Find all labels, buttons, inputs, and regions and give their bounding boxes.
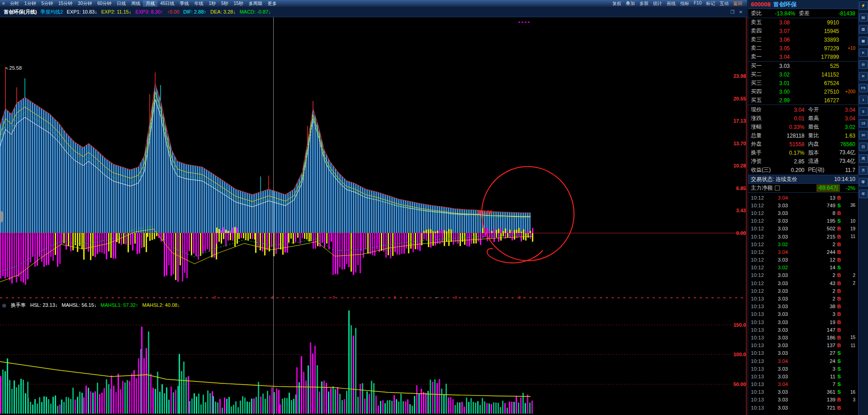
period-button-15秒[interactable]: 15秒 (231, 0, 246, 7)
right-tool-period-1min-icon[interactable]: 1 (859, 95, 868, 104)
top-tool-多股[interactable]: 多股 (637, 0, 651, 7)
tick-row[interactable]: 10:123.0413B (748, 194, 858, 201)
date-mark: 3 (455, 295, 457, 300)
tick-row[interactable]: 10:133.03361S16 (748, 388, 858, 396)
right-tool-rsi-icon[interactable]: R (859, 72, 868, 81)
bid-row[interactable]: 买五2.9916727 (748, 96, 858, 105)
tick-row[interactable]: 10:123.0214S (748, 264, 858, 272)
main-chart-canvas[interactable] (0, 17, 746, 294)
right-tool-period-day-icon[interactable]: 日 (859, 143, 868, 151)
indicator-name[interactable]: 季度均线2 (40, 9, 63, 15)
period-button-5分钟[interactable]: 5分钟 (38, 0, 56, 7)
ask-row[interactable]: 卖二3.0597229+10 (748, 44, 858, 52)
period-button-更多[interactable]: 更多 (265, 0, 280, 7)
ask-row[interactable]: 卖五3.089910 (748, 18, 858, 27)
period-button-30分钟[interactable]: 30分钟 (75, 0, 95, 7)
period-button-分时[interactable]: 分时 (7, 0, 22, 7)
top-tool-指标[interactable]: 指标 (678, 0, 692, 7)
collapse-icon[interactable]: ◎ (2, 303, 6, 308)
bid-row[interactable]: 买四3.0027510+200 (748, 87, 858, 96)
date-mark: 3 (518, 295, 521, 300)
main-net-row[interactable]: 主力净额 -69.64万 -2% (748, 184, 858, 193)
tick-row[interactable]: 10:133.0319B (748, 318, 858, 326)
top-tool-叠加[interactable]: 叠加 (624, 0, 637, 7)
sub-chart-canvas[interactable] (0, 309, 746, 415)
bid-row[interactable]: 买一3.03525 (748, 62, 858, 70)
main-chart[interactable]: ↖25.58 约2.50 23.9820.5517.1313.7010.286.… (0, 17, 747, 294)
bid-row[interactable]: 买二3.02141152 (748, 70, 858, 79)
period-button-年线[interactable]: 年线 (191, 0, 206, 7)
top-tool-F10[interactable]: F10 (692, 0, 704, 7)
tick-row[interactable]: 10:133.03137B11 (748, 342, 858, 349)
period-button-5秒[interactable]: 5秒 (218, 0, 231, 7)
period-button-周线[interactable]: 周线 (128, 0, 143, 7)
tick-row[interactable]: 10:123.03195S10 (748, 217, 858, 225)
tick-row[interactable]: 10:133.03147B (748, 326, 858, 334)
tick-row[interactable]: 10:123.03749S36 (748, 201, 858, 209)
maximize-icon[interactable]: ❐ (730, 10, 735, 14)
tick-row[interactable]: 10:133.03139B3 (748, 396, 858, 404)
indicator-value: DEA: 3.28↓ (210, 9, 236, 14)
tick-row[interactable]: 10:133.03721B (748, 404, 858, 411)
period-button-60分钟[interactable]: 60分钟 (95, 0, 114, 7)
tick-row[interactable]: 10:123.032B (748, 287, 858, 295)
menu-icon[interactable]: ≡ (0, 1, 7, 6)
top-tool-返回[interactable]: 返回 (731, 0, 745, 7)
right-tool-refresh-f5-icon[interactable]: F5 (859, 84, 868, 92)
tick-row[interactable]: 10:123.04244B (748, 248, 858, 256)
right-tool-period-year-icon[interactable]: 年 (859, 190, 868, 198)
tick-row[interactable]: 10:133.0424S (748, 357, 858, 365)
period-button-季线[interactable]: 季线 (177, 0, 191, 7)
tick-row[interactable]: 10:133.033S (748, 365, 858, 372)
tick-row[interactable]: 10:123.0312B (748, 256, 858, 264)
right-tool-period-month-icon[interactable]: 月 (859, 166, 868, 175)
right-tool-hot-icon[interactable]: ⚡ (859, 1, 868, 10)
tick-row[interactable]: 10:123.03215B11 (748, 233, 858, 240)
tick-row[interactable]: 10:123.032B2 (748, 272, 858, 279)
period-button-多周期[interactable]: 多周期 (246, 0, 265, 7)
tick-row[interactable]: 10:133.03186B15 (748, 334, 858, 341)
tick-row[interactable]: 10:133.032B (748, 295, 858, 302)
period-button-日线[interactable]: 日线 (114, 0, 128, 7)
period-button-1分钟[interactable]: 1分钟 (22, 0, 39, 7)
tick-row[interactable]: 10:133.033B (748, 310, 858, 318)
right-tool-kline-icon[interactable]: K (859, 48, 868, 57)
top-tool-画线[interactable]: 画线 (664, 0, 678, 7)
net-amount-box-icon[interactable] (775, 186, 780, 191)
tick-row[interactable]: 10:123.03502B19 (748, 225, 858, 233)
tick-row[interactable]: 10:133.047S (748, 381, 858, 388)
tick-row[interactable]: 10:123.038B (748, 209, 858, 217)
ask-row[interactable]: 卖四3.0715945 (748, 27, 858, 35)
period-button-1秒[interactable]: 1秒 (206, 0, 218, 7)
right-tool-period-quarter-icon[interactable]: 季 (859, 178, 868, 186)
pen-annotation-text: 约2.50 (478, 209, 492, 216)
tick-row[interactable]: 10:133.0311S (748, 372, 858, 380)
top-tool-统计[interactable]: 统计 (651, 0, 664, 7)
close-icon[interactable]: ✕ (739, 10, 743, 14)
top-tool-复权[interactable]: 复权 (610, 0, 624, 7)
scroll-handle[interactable] (0, 211, 4, 223)
tick-row[interactable]: 10:123.022B (748, 240, 858, 248)
sub-chart[interactable]: 150.0100.050.00 (0, 309, 747, 415)
tick-row[interactable]: 10:133.0338B (748, 303, 858, 310)
tick-row[interactable]: 10:133.0327S (748, 349, 858, 357)
right-tool-period-5min-icon[interactable]: 5 (859, 107, 868, 116)
right-tool-period-week-icon[interactable]: 周 (859, 154, 868, 163)
tick-row[interactable]: 10:123.0343B2 (748, 279, 858, 287)
right-tool-layout-grid-icon[interactable]: ▦ (859, 37, 868, 45)
right-tool-minute-icon[interactable]: 分 (859, 60, 868, 69)
right-tool-layout-rows-icon[interactable]: ▤ (859, 13, 868, 22)
period-button-15分钟[interactable]: 15分钟 (56, 0, 75, 7)
period-button-45日线[interactable]: 45日线 (157, 0, 177, 7)
period-button-月线[interactable]: 月线 (143, 0, 157, 7)
top-tool-互动[interactable]: 互动 (717, 0, 731, 7)
right-tool-layout-cols-icon[interactable]: ▥ (859, 25, 868, 33)
bid-row[interactable]: 买三3.0167524 (748, 79, 858, 87)
right-tool-period-15min-icon[interactable]: 15 (859, 119, 868, 128)
quote-header[interactable]: 600008 首创环保 (748, 0, 858, 9)
ask-row[interactable]: 卖三3.0633893 (748, 35, 858, 44)
right-tool-period-30min-icon[interactable]: 30 (859, 131, 868, 139)
subchart-title[interactable]: 换手率 (11, 302, 26, 309)
ask-row[interactable]: 卖一3.04177899 (748, 52, 858, 61)
top-tool-标记[interactable]: 标记 (704, 0, 717, 7)
